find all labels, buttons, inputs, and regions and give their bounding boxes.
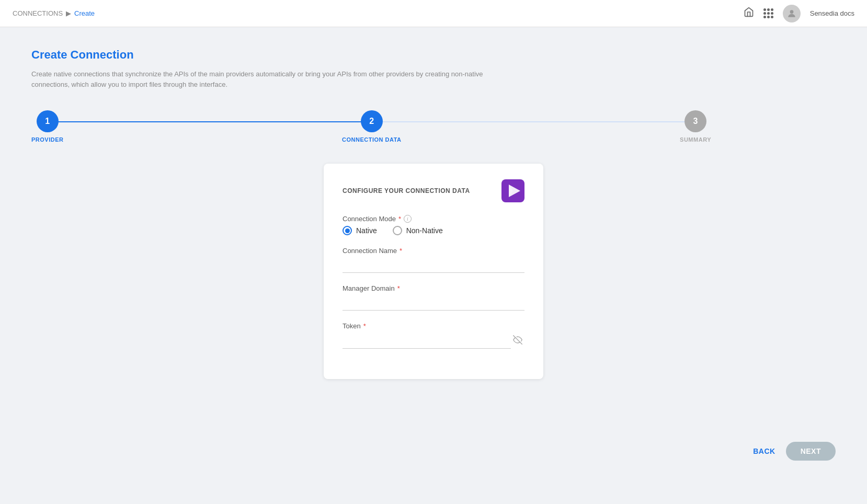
native-radio[interactable]: Native [343, 226, 377, 235]
native-radio-button[interactable] [343, 226, 352, 235]
connection-mode-label: Connection Mode * i [343, 215, 524, 223]
manager-domain-required: * [397, 284, 400, 292]
token-input[interactable] [343, 334, 511, 349]
connection-mode-required: * [398, 215, 401, 223]
radio-group: Native Non-Native [343, 226, 524, 235]
form-card-header: CONFIGURE YOUR CONNECTION DATA [343, 179, 524, 202]
stepper-step-2: 2 CONNECTION DATA [342, 110, 401, 143]
stepper-label-3: SUMMARY [680, 136, 711, 143]
grid-icon[interactable] [763, 8, 773, 18]
form-section-title: CONFIGURE YOUR CONNECTION DATA [343, 187, 470, 194]
native-label: Native [356, 226, 377, 235]
native-radio-inner [345, 228, 350, 233]
back-button[interactable]: BACK [753, 447, 775, 455]
non-native-radio[interactable]: Non-Native [393, 226, 443, 235]
toggle-password-visibility-icon[interactable] [511, 333, 524, 349]
stepper-steps: 1 PROVIDER 2 CONNECTION DATA 3 SUMMARY [31, 110, 711, 143]
svg-point-0 [790, 10, 793, 14]
connection-name-label: Connection Name * [343, 247, 524, 255]
stepper: 1 PROVIDER 2 CONNECTION DATA 3 SUMMARY [31, 110, 711, 153]
connection-name-input[interactable] [343, 258, 524, 273]
manager-domain-label: Manager Domain * [343, 284, 524, 292]
avatar[interactable] [783, 5, 801, 22]
stepper-step-1: 1 PROVIDER [31, 110, 63, 143]
stepper-circle-2: 2 [361, 110, 383, 132]
breadcrumb-current: Create [74, 9, 95, 17]
manager-domain-group: Manager Domain * [343, 284, 524, 311]
token-group: Token * [343, 322, 524, 349]
stepper-label-1: PROVIDER [31, 136, 63, 143]
breadcrumb-arrow: ▶ [66, 9, 71, 17]
provider-logo [501, 179, 524, 202]
main-content: Create Connection Create native connecti… [0, 27, 867, 400]
stepper-step-3: 3 SUMMARY [680, 110, 711, 143]
token-required: * [363, 322, 366, 330]
bottom-actions: BACK NEXT [0, 431, 867, 471]
connection-name-required: * [400, 247, 402, 255]
connection-name-group: Connection Name * [343, 247, 524, 273]
connection-mode-group: Connection Mode * i Native Non-Native [343, 215, 524, 235]
top-navigation: CONNECTIONS ▶ Create Sensedia docs [0, 0, 867, 27]
breadcrumb: CONNECTIONS ▶ Create [13, 9, 95, 17]
page-title: Create Connection [31, 48, 836, 62]
breadcrumb-parent[interactable]: CONNECTIONS [13, 9, 63, 17]
non-native-radio-button[interactable] [393, 226, 402, 235]
home-icon[interactable] [744, 7, 754, 20]
manager-domain-input[interactable] [343, 295, 524, 311]
token-input-wrapper [343, 333, 524, 349]
stepper-label-2: CONNECTION DATA [342, 136, 401, 143]
connection-mode-info-icon[interactable]: i [404, 215, 412, 223]
top-nav-right: Sensedia docs [744, 5, 854, 22]
token-label: Token * [343, 322, 524, 330]
user-label: Sensedia docs [810, 9, 854, 17]
stepper-circle-3: 3 [685, 110, 706, 132]
page-description: Create native connections that synchroni… [31, 69, 502, 89]
non-native-label: Non-Native [406, 226, 443, 235]
stepper-circle-1: 1 [37, 110, 59, 132]
form-card: CONFIGURE YOUR CONNECTION DATA Connectio… [324, 164, 543, 379]
next-button[interactable]: NEXT [786, 442, 836, 461]
